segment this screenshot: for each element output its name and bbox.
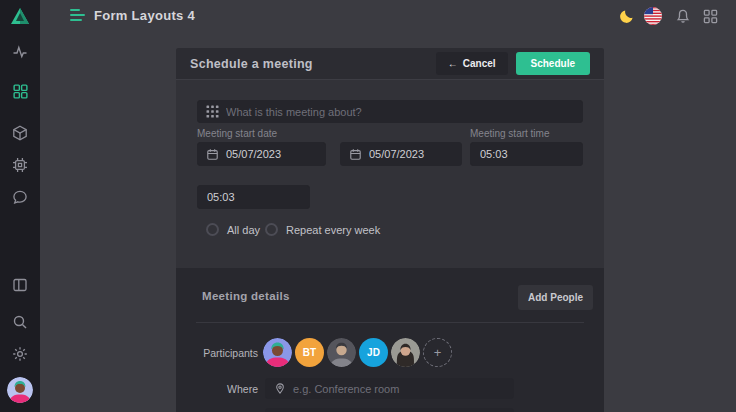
card-body: Meeting start date Meeting start time [176,81,604,268]
participant-avatar [391,338,420,367]
page-title: Form Layouts 4 [94,8,195,23]
apps-menu[interactable] [701,7,719,25]
logo-triangle-icon [10,7,30,25]
sidebar-item-messages[interactable] [0,184,40,210]
checkbox-circle[interactable] [265,223,278,236]
theme-toggle[interactable] [618,7,636,25]
start-time-label: Meeting start time [470,128,549,139]
location-pin-icon [274,382,286,395]
top-header: Form Layouts 4 [40,0,736,32]
us-flag-icon [644,7,662,25]
sidebar-item-dashboard[interactable] [0,78,40,104]
layout-columns-icon [12,277,28,293]
app-logo[interactable] [0,0,40,32]
chip-icon [12,157,28,173]
repeat-weekly-label: Repeat every week [286,224,380,236]
meeting-subject-input[interactable] [226,106,582,118]
avatar-photo-3 [391,338,420,367]
start-time-field-2[interactable] [197,185,310,209]
cancel-button[interactable]: ← Cancel [436,52,508,75]
start-time-field-1[interactable] [470,142,583,166]
start-date-input-1[interactable] [226,148,325,160]
card-header: Schedule a meeting ← Cancel Schedule [176,48,604,80]
meeting-details-section: Meeting details Add People Participants … [176,268,604,412]
keypad-icon [206,105,219,118]
schedule-meeting-card: Schedule a meeting ← Cancel Schedule Mee… [176,48,604,412]
sidebar-item-settings[interactable] [0,341,40,367]
search-icon [12,314,28,330]
where-input[interactable] [293,383,513,395]
participant-avatar-initials: JD [359,338,388,367]
partial-bottom-field[interactable] [265,408,514,412]
add-people-button[interactable]: Add People [518,285,593,310]
participants-label: Participants [176,347,258,359]
back-arrow-icon: ← [448,58,458,69]
participants-list: BT JD [263,338,452,367]
calendar-icon [206,148,219,161]
notifications[interactable] [674,7,692,25]
repeat-weekly-checkbox[interactable]: Repeat every week [265,223,380,236]
checkbox-circle[interactable] [206,223,219,236]
calendar-icon [349,148,362,161]
menu-toggle-icon[interactable] [70,9,86,23]
where-label: Where [176,383,258,395]
grid-icon [13,84,28,99]
activity-icon [12,44,28,60]
apps-grid-icon [703,9,718,24]
chat-icon [12,189,28,205]
cancel-button-label: Cancel [463,58,496,69]
schedule-button[interactable]: Schedule [516,52,590,75]
start-time-input-1[interactable] [480,148,582,160]
start-date-input-2[interactable] [369,148,461,160]
gear-icon [12,346,28,362]
user-avatar-image [7,377,33,403]
meeting-details-title: Meeting details [202,290,290,302]
meeting-subject-field[interactable] [197,100,583,123]
sidebar-item-hardware[interactable] [0,152,40,178]
where-field[interactable] [265,378,514,399]
all-day-checkbox[interactable]: All day [206,223,260,236]
cube-icon [12,125,28,141]
participant-avatar-initials: BT [295,338,324,367]
sidebar-item-activity[interactable] [0,39,40,65]
start-date-field-1[interactable] [197,142,326,166]
divider [196,322,584,323]
all-day-label: All day [227,224,260,236]
start-date-field-2[interactable] [340,142,462,166]
add-participant-button[interactable]: + [423,338,452,367]
avatar-photo-2 [327,338,356,367]
sidebar [0,0,40,412]
start-date-label: Meeting start date [197,128,277,139]
participant-avatar [263,338,292,367]
start-time-input-2[interactable] [207,191,309,203]
bell-icon [675,8,691,24]
language-selector[interactable] [644,7,662,25]
sidebar-item-layout[interactable] [0,272,40,298]
moon-icon [619,8,635,24]
card-title: Schedule a meeting [190,57,436,71]
participant-avatar [327,338,356,367]
plus-icon: + [434,345,442,360]
sidebar-item-components[interactable] [0,120,40,146]
sidebar-item-search[interactable] [0,309,40,335]
avatar-photo-1 [263,338,292,367]
user-avatar[interactable] [7,377,33,403]
